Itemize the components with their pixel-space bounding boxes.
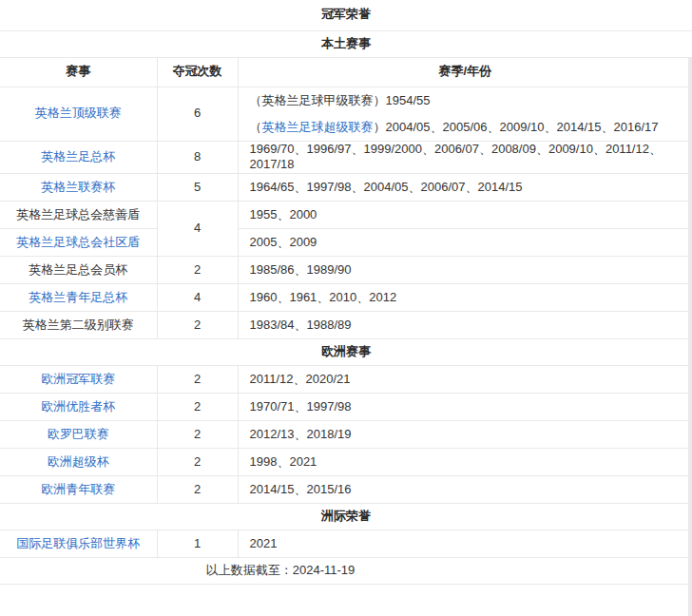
seasons-cell: （英格兰足球甲级联赛）1954/55 （英格兰足球超级联赛）2004/05、20… xyxy=(238,87,692,141)
count-value: 4 xyxy=(157,202,238,257)
count-value: 2 xyxy=(157,257,238,284)
seasons-cell: 2012/13、2018/19 xyxy=(238,421,692,449)
table-row: 欧洲青年联赛 2 2014/15、2015/16 xyxy=(0,476,692,504)
table-row: 英格兰联赛杯 5 1964/65、1997/98、2004/05、2006/07… xyxy=(0,174,692,202)
seasons-years: 2004/05、2005/06、2009/10、2014/15、2016/17 xyxy=(386,120,659,134)
seasons-cell: 1998、2021 xyxy=(238,449,692,476)
competition-name-charity-shield: 英格兰足球总会慈善盾 xyxy=(0,202,157,229)
count-value: 4 xyxy=(157,284,238,312)
table-row: 英格兰足总会员杯 2 1985/86、1989/90 xyxy=(0,257,692,284)
seasons-cell: 2021 xyxy=(238,530,692,558)
table-row: 欧洲冠军联赛 2 2011/12、2020/21 xyxy=(0,366,692,394)
table-row: 英格兰青年足总杯 4 1960、1961、2010、2012 xyxy=(0,284,692,312)
paren-open: （ xyxy=(250,120,262,134)
seasons-cell: 1970/71、1997/98 xyxy=(238,394,692,421)
competition-link-premier-league[interactable]: 英格兰足球超级联赛 xyxy=(262,120,374,134)
table-row: 国际足联俱乐部世界杯 1 2021 xyxy=(0,530,692,558)
count-value: 5 xyxy=(157,174,238,202)
data-cutoff-note: 以上数据截至：2024-11-19 xyxy=(0,558,692,585)
seasons-cell: 1964/65、1997/98、2004/05、2006/07、2014/15 xyxy=(238,174,692,202)
competition-link-community-shield[interactable]: 英格兰足球总会社区盾 xyxy=(16,235,140,249)
seasons-cell: 1969/70、1996/97、1999/2000、2006/07、2008/0… xyxy=(238,141,692,174)
competition-link-uefa-youth-league[interactable]: 欧洲青年联赛 xyxy=(41,482,115,496)
competition-name-second-division: 英格兰第二级别联赛 xyxy=(0,312,157,339)
count-value: 8 xyxy=(157,141,238,174)
scrollbar[interactable] xyxy=(688,57,692,616)
section-heading-domestic: 本土赛事 xyxy=(0,30,692,57)
column-header-seasons: 赛季/年份 xyxy=(238,57,692,87)
seasons-cell: 1983/84、1988/89 xyxy=(238,312,692,339)
competition-link-league-cup[interactable]: 英格兰联赛杯 xyxy=(41,180,115,194)
count-value: 2 xyxy=(157,366,238,394)
count-value: 1 xyxy=(157,530,238,558)
count-value: 2 xyxy=(157,476,238,504)
competition-link-fa-youth-cup[interactable]: 英格兰青年足总杯 xyxy=(29,290,127,304)
competition-link-cup-winners-cup[interactable]: 欧洲优胜者杯 xyxy=(41,399,115,414)
table-row: 英格兰足球总会慈善盾 4 1955、2000 xyxy=(0,202,692,229)
table-row: 英格兰足总杯 8 1969/70、1996/97、1999/2000、2006/… xyxy=(0,141,692,174)
column-header-competition: 赛事 xyxy=(0,57,157,87)
seasons-cell: 1960、1961、2010、2012 xyxy=(238,284,692,312)
seasons-line-2: （英格兰足球超级联赛）2004/05、2005/06、2009/10、2014/… xyxy=(250,114,692,141)
column-header-count: 夺冠次数 xyxy=(157,57,238,87)
table-row: 英格兰顶级联赛 6 （英格兰足球甲级联赛）1954/55 （英格兰足球超级联赛）… xyxy=(0,87,692,141)
count-value: 2 xyxy=(157,421,238,449)
count-value: 2 xyxy=(157,312,238,339)
competition-link-fa-cup[interactable]: 英格兰足总杯 xyxy=(41,149,115,164)
table-row: 欧罗巴联赛 2 2012/13、2018/19 xyxy=(0,421,692,449)
seasons-cell: 1955、2000 xyxy=(238,202,692,229)
table-row: 英格兰足球总会社区盾 2005、2009 xyxy=(0,229,692,257)
competition-link-europa-league[interactable]: 欧罗巴联赛 xyxy=(48,427,109,441)
table-row: 欧洲超级杯 2 1998、2021 xyxy=(0,449,692,476)
paren-close: ） xyxy=(374,120,386,134)
table-row: 英格兰第二级别联赛 2 1983/84、1988/89 xyxy=(0,312,692,339)
section-heading-intercontinental: 洲际荣誉 xyxy=(0,504,692,530)
competition-name-full-members-cup: 英格兰足总会员杯 xyxy=(0,257,157,284)
honors-table: 冠军荣誉 本土赛事 赛事 夺冠次数 赛季/年份 英格兰顶级联赛 6 （英格兰足球… xyxy=(0,0,692,585)
seasons-cell: 1985/86、1989/90 xyxy=(238,257,692,284)
page: { "page": { "footer_note": "以上数据截至：2024-… xyxy=(0,0,692,616)
competition-link-club-world-cup[interactable]: 国际足联俱乐部世界杯 xyxy=(16,536,140,550)
seasons-cell: 2014/15、2015/16 xyxy=(238,476,692,504)
section-heading-european: 欧洲赛事 xyxy=(0,339,692,366)
count-value: 2 xyxy=(157,394,238,421)
competition-link-uefa-super-cup[interactable]: 欧洲超级杯 xyxy=(48,454,109,469)
count-value: 2 xyxy=(157,449,238,476)
table-title: 冠军荣誉 xyxy=(0,0,692,30)
count-value: 6 xyxy=(157,87,238,141)
competition-link-champions-league[interactable]: 欧洲冠军联赛 xyxy=(41,372,115,386)
seasons-cell: 2005、2009 xyxy=(238,229,692,257)
seasons-line-1: （英格兰足球甲级联赛）1954/55 xyxy=(250,87,692,114)
table-row: 欧洲优胜者杯 2 1970/71、1997/98 xyxy=(0,394,692,421)
seasons-cell: 2011/12、2020/21 xyxy=(238,366,692,394)
competition-link-top-league[interactable]: 英格兰顶级联赛 xyxy=(35,106,122,120)
